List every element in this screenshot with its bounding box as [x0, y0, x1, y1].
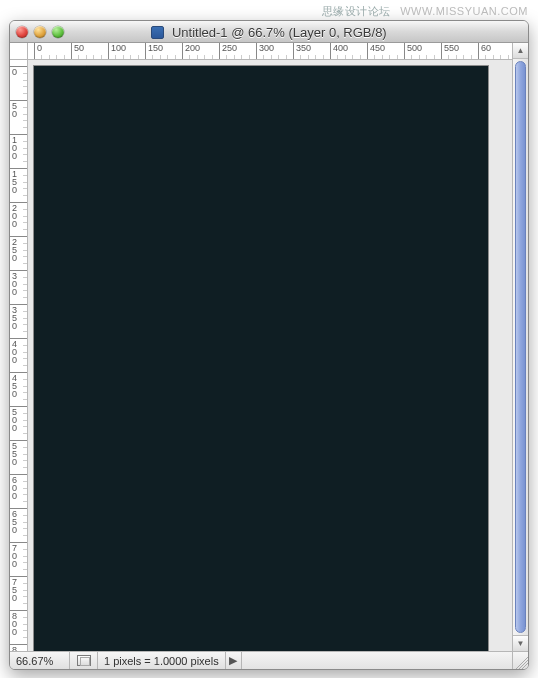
watermark-cn: 思缘设计论坛 [322, 5, 391, 17]
resize-grip-icon[interactable] [512, 652, 528, 669]
document-window: Untitled-1 @ 66.7% (Layer 0, RGB/8) 0501… [9, 20, 529, 670]
zoom-field[interactable]: 66.67% [10, 652, 70, 669]
zoom-button[interactable] [52, 26, 64, 38]
document-file-icon [151, 26, 164, 39]
vertical-scroll-thumb[interactable] [515, 61, 526, 633]
watermark-url: WWW.MISSYUAN.COM [400, 5, 528, 17]
document-preview-icon [77, 655, 91, 666]
canvas-viewport[interactable] [28, 60, 512, 651]
work-area: 05010015020025030035040045050055060 05 0… [10, 43, 528, 669]
titlebar[interactable]: Untitled-1 @ 66.7% (Layer 0, RGB/8) [10, 21, 528, 43]
canvas[interactable] [34, 66, 488, 651]
ruler-horizontal[interactable]: 05010015020025030035040045050055060 [28, 43, 512, 60]
window-title: Untitled-1 @ 66.7% (Layer 0, RGB/8) [10, 24, 528, 40]
close-button[interactable] [16, 26, 28, 38]
window-title-text: Untitled-1 @ 66.7% (Layer 0, RGB/8) [172, 25, 387, 40]
minimize-button[interactable] [34, 26, 46, 38]
document-preview-button[interactable] [70, 652, 98, 669]
scroll-up-arrow-icon[interactable]: ▲ [513, 43, 528, 59]
status-info[interactable]: 1 pixels = 1.0000 pixels [98, 652, 226, 669]
vertical-scrollbar[interactable]: ▲ ▼ [512, 43, 528, 651]
horizontal-scroll-track[interactable] [242, 652, 512, 669]
status-bar: 66.67% 1 pixels = 1.0000 pixels ▶ [10, 651, 528, 669]
ruler-origin[interactable] [10, 43, 28, 60]
scroll-down-arrow-icon[interactable]: ▼ [513, 635, 528, 651]
traffic-lights [16, 26, 64, 38]
watermark: 思缘设计论坛 WWW.MISSYUAN.COM [322, 4, 528, 19]
ruler-vertical[interactable]: 05 01 0 01 5 02 0 02 5 03 0 03 5 04 0 04… [10, 60, 28, 651]
status-menu-arrow-icon[interactable]: ▶ [226, 652, 242, 669]
